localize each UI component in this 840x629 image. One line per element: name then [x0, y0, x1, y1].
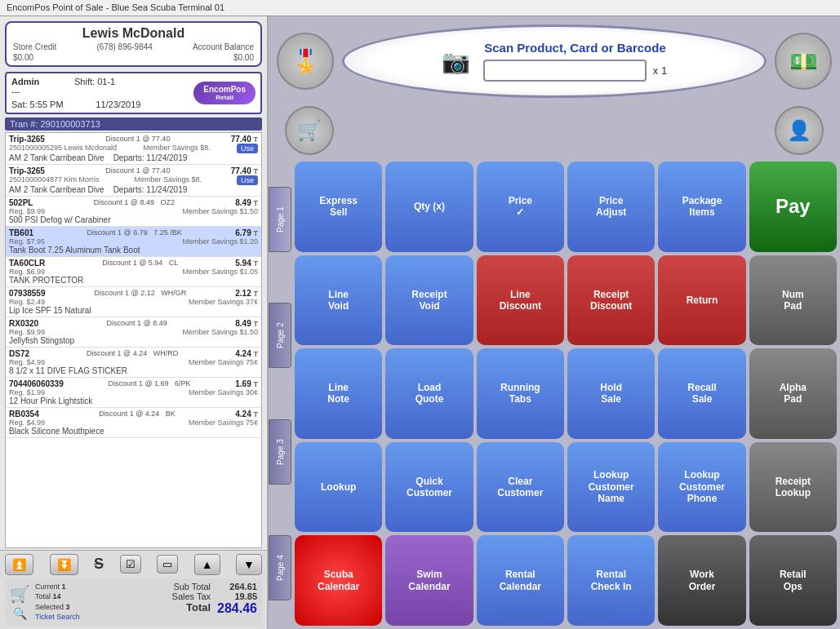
selected-label: Selected [35, 603, 64, 611]
customer-name: Lewis McDonald [13, 26, 254, 41]
lookup-customer-name-button[interactable]: LookupCustomerName [567, 442, 655, 533]
sales-tax-label: Sales Tax [172, 591, 211, 601]
shift-label: Shift: 01-1 [74, 77, 115, 86]
page-tab-3[interactable]: Page 3 [269, 419, 291, 485]
rental-check-in-button[interactable]: RentalCheck In [567, 535, 655, 626]
running-tabs-button[interactable]: RunningTabs [477, 348, 564, 439]
quick-customer-button[interactable]: QuickCustomer [385, 442, 473, 533]
transaction-bar: Tran #: 290100003713 [5, 117, 262, 131]
account-balance-value: $0.00 [233, 53, 254, 62]
express-sell-button[interactable]: ExpressSell [295, 162, 382, 252]
qty-button[interactable]: Qty (x) [385, 162, 473, 252]
search-icon: 🔍 [13, 607, 27, 620]
scroll-up-button[interactable]: ▲ [194, 554, 220, 575]
list-item[interactable]: RB0354 Discount 1 @ 4.24 BK 4.24 T Reg. … [6, 408, 261, 438]
account-balance-label: Account Balance [193, 42, 254, 51]
encompos-logo: EncomPos Retail [193, 82, 256, 104]
line-void-button[interactable]: LineVoid [295, 255, 382, 346]
pay-button[interactable]: Pay [749, 162, 837, 252]
store-credit-label: Store Credit [13, 42, 56, 51]
package-items-button[interactable]: PackageItems [658, 162, 745, 252]
checkmark-button[interactable]: ☑ [120, 555, 141, 574]
use-button[interactable]: Use [237, 144, 258, 153]
title-bar: EncomPos Point of Sale - Blue Sea Scuba … [0, 0, 840, 16]
scroll-down-double-button[interactable]: ⏬ [50, 554, 78, 575]
total-value: 14 [53, 592, 61, 600]
date2-label: 11/23/2019 [96, 100, 140, 109]
sub-total-value: 264.61 [217, 582, 257, 591]
sub-total-label: Sub Total [172, 582, 211, 591]
button-row-3: LineNote LoadQuote RunningTabs HoldSale … [295, 348, 837, 439]
cart-button[interactable]: 🛒 [285, 106, 334, 155]
work-order-button[interactable]: WorkOrder [658, 535, 745, 626]
list-item[interactable]: 502PL Discount 1 @ 8.49 OZ2 8.49 T Reg. … [6, 197, 261, 227]
line-discount-button[interactable]: LineDiscount [477, 255, 564, 346]
selected-value: 3 [66, 603, 70, 611]
info-panel: Admin Shift: 01-1 --- Sat: 5:55 PM 11/23… [5, 72, 262, 114]
rental-calendar-button[interactable]: RentalCalendar [477, 535, 564, 626]
page-tabs: Page 1 Page 2 Page 3 Page 4 [269, 158, 291, 629]
customer-header: Lewis McDonald Store Credit (678) 896-98… [5, 21, 262, 67]
line-note-button[interactable]: LineNote [295, 348, 382, 439]
datetime-label: Sat: 5:55 PM [11, 100, 64, 109]
scroll-down-button[interactable]: ▼ [236, 554, 262, 575]
receipt-discount-button[interactable]: ReceiptDiscount [567, 255, 655, 346]
list-item[interactable]: RX0320 Discount 1 @ 8.49 8.49 T Reg. $9.… [6, 317, 261, 348]
price-adjust-button[interactable]: PriceAdjust [567, 162, 655, 252]
list-item[interactable]: 07938559 Discount 1 @ 2.12 WH/GR 2.12 T … [6, 287, 261, 317]
use-button[interactable]: Use [237, 175, 258, 185]
ticket-search-label[interactable]: Ticket Search [35, 612, 80, 622]
lookup-customer-phone-button[interactable]: LookupCustomerPhone [658, 442, 745, 533]
ticket-numbers: Current 1 Total 14 Selected 3 Ticket Sea… [35, 582, 80, 622]
alpha-pad-button[interactable]: AlphaPad [749, 348, 837, 439]
transaction-number: Tran #: 290100003713 [10, 119, 100, 129]
person-button[interactable]: 👤 [775, 106, 824, 155]
page-tab-4[interactable]: Page 4 [269, 535, 291, 600]
totals-area: Sub Total 264.61 Sales Tax 19.85 Total 2… [172, 582, 257, 622]
barcode-scanner-icon: 📷 [442, 48, 470, 75]
page-tab-2[interactable]: Page 2 [269, 303, 291, 368]
reward-button[interactable]: 🎖️ [277, 33, 334, 90]
customer-phone: (678) 896-9844 [96, 42, 152, 51]
info-separator: --- [11, 86, 140, 96]
left-panel: Lewis McDonald Store Credit (678) 896-98… [0, 16, 269, 629]
list-item[interactable]: TA60CLR Discount 1 @ 5.94 CL 5.94 T Reg.… [6, 257, 261, 287]
button-grid: ExpressSell Qty (x) Price✓ PriceAdjust P… [291, 158, 840, 629]
return-button[interactable]: Return [658, 255, 745, 346]
list-item[interactable]: DS72 Discount 1 @ 4.24 WH/RD 4.24 T Reg.… [6, 348, 261, 378]
page-tab-1[interactable]: Page 1 [269, 187, 291, 252]
button-row-2: LineVoid ReceiptVoid LineDiscount Receip… [295, 255, 837, 346]
strikethrough-s: S [94, 556, 104, 573]
receipt-lookup-button[interactable]: ReceiptLookup [749, 442, 837, 533]
list-item[interactable]: TB601 Discount 1 @ 6.79 7.25 /BK 6.79 T … [6, 227, 261, 257]
lookup-button[interactable]: Lookup [295, 442, 382, 533]
items-list[interactable]: Trip-3265 Discount 1 @ 77.40 77.40 T 250… [5, 132, 262, 548]
ticket-info: 🛒 🔍 Current 1 Total 14 Selected 3 Ticket… [10, 582, 172, 622]
retail-ops-button[interactable]: RetailOps [749, 535, 837, 626]
summary-area: 🛒 🔍 Current 1 Total 14 Selected 3 Ticket… [5, 578, 262, 626]
right-panel: 🎖️ 📷 Scan Product, Card or Barcode x 1 [269, 16, 840, 629]
recall-sale-button[interactable]: RecallSale [658, 348, 745, 439]
button-row-4: Lookup QuickCustomer ClearCustomer Looku… [295, 442, 837, 533]
receipt-void-button[interactable]: ReceiptVoid [385, 255, 473, 346]
scroll-up-double-button[interactable]: ⏫ [5, 554, 33, 575]
scuba-calendar-button[interactable]: ScubaCalendar [295, 535, 382, 626]
scan-label: Scan Product, Card or Barcode [484, 41, 666, 55]
list-item[interactable]: 704406060339 Discount 1 @ 1.69 6/PK 1.69… [6, 378, 261, 408]
list-item[interactable]: Trip-3265 Discount 1 @ 77.40 77.40 T 250… [6, 165, 261, 197]
clear-customer-button[interactable]: ClearCustomer [477, 442, 564, 533]
bottom-controls: ⏫ ⏬ S ☑ ▭ ▲ ▼ 🛒 🔍 Current 1 Total 14 [0, 550, 267, 629]
scan-area: 🎖️ 📷 Scan Product, Card or Barcode x 1 [269, 16, 840, 106]
scan-oval: 📷 Scan Product, Card or Barcode x 1 [342, 24, 767, 98]
num-pad-button[interactable]: NumPad [749, 255, 837, 346]
rectangle-button[interactable]: ▭ [157, 555, 178, 574]
money-button[interactable]: 💵 [775, 33, 832, 90]
hold-sale-button[interactable]: HoldSale [567, 348, 655, 439]
swim-calendar-button[interactable]: SwimCalendar [385, 535, 473, 626]
load-quote-button[interactable]: LoadQuote [385, 348, 473, 439]
button-row-1: ExpressSell Qty (x) Price✓ PriceAdjust P… [295, 162, 837, 252]
scan-input[interactable] [483, 60, 647, 82]
price-button[interactable]: Price✓ [477, 162, 564, 252]
current-label: Current [35, 582, 60, 591]
list-item[interactable]: Trip-3265 Discount 1 @ 77.40 77.40 T 250… [6, 133, 261, 165]
